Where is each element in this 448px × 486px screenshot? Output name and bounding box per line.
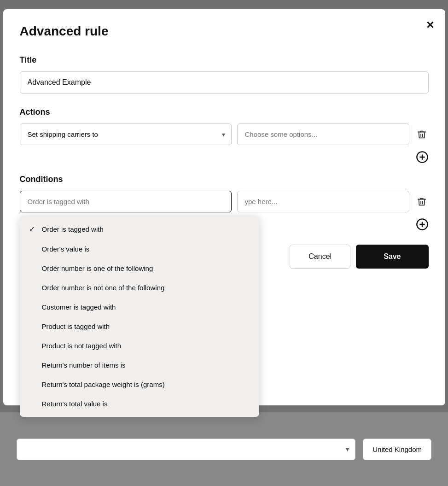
title-label: Title (20, 55, 429, 65)
dropdown-item-8[interactable]: Return's total package weight is (grams) (20, 375, 259, 394)
actions-section: Actions Set shipping carriers to ▾ (20, 107, 429, 164)
empty-check-icon (29, 322, 37, 330)
action-select-wrapper: Set shipping carriers to ▾ (20, 123, 232, 145)
dropdown-item-4[interactable]: Customer is tagged with (20, 297, 259, 316)
save-button[interactable]: Save (356, 245, 428, 269)
condition-row: ✓ Order is tagged with Order's value is … (20, 191, 429, 212)
empty-check-icon (29, 399, 37, 408)
modal-title: Advanced rule (20, 24, 429, 39)
delete-condition-button[interactable] (415, 195, 429, 209)
conditions-section: Conditions ✓ Order is tagged with Order'… (20, 175, 429, 231)
close-button[interactable]: × (426, 18, 434, 31)
empty-check-icon (29, 303, 37, 311)
condition-dropdown: ✓ Order is tagged with Order's value is … (20, 216, 259, 417)
title-section: Title (20, 55, 429, 107)
add-action-button[interactable] (416, 151, 429, 164)
empty-check-icon (29, 380, 37, 388)
add-action-row (20, 151, 429, 164)
modal-dialog: × Advanced rule Title Actions Set shippi… (3, 9, 445, 405)
background-content: ▾ United Kingdom (0, 412, 448, 486)
dropdown-item-2[interactable]: Order number is one of the following (20, 258, 259, 278)
empty-check-icon (29, 245, 37, 253)
empty-check-icon (29, 283, 37, 292)
empty-check-icon (29, 264, 37, 272)
empty-check-icon (29, 341, 37, 350)
dropdown-item-7[interactable]: Return's number of items is (20, 355, 259, 375)
delete-action-button[interactable] (415, 128, 429, 141)
bg-select[interactable] (17, 439, 355, 460)
dropdown-item-9[interactable]: Return's total value is (20, 394, 259, 413)
dropdown-item-3[interactable]: Order number is not one of the following (20, 278, 259, 297)
dropdown-item-5[interactable]: Product is tagged with (20, 316, 259, 336)
country-label: United Kingdom (363, 439, 431, 460)
action-select[interactable]: Set shipping carriers to (20, 123, 232, 145)
condition-value-input[interactable] (237, 191, 409, 212)
action-row: Set shipping carriers to ▾ (20, 123, 429, 145)
dropdown-item-1[interactable]: Order's value is (20, 239, 259, 258)
condition-type-input[interactable] (20, 191, 232, 212)
cancel-button[interactable]: Cancel (290, 245, 350, 269)
dropdown-item-0[interactable]: ✓ Order is tagged with (20, 219, 259, 239)
title-input[interactable] (20, 71, 429, 94)
check-icon: ✓ (29, 225, 37, 234)
conditions-label: Conditions (20, 175, 429, 184)
options-input[interactable] (237, 123, 409, 145)
bg-select-wrapper: ▾ (17, 439, 355, 460)
condition-select-wrapper: ✓ Order is tagged with Order's value is … (20, 191, 232, 212)
add-condition-button[interactable] (416, 218, 429, 231)
dropdown-item-6[interactable]: Product is not tagged with (20, 336, 259, 355)
empty-check-icon (29, 361, 37, 369)
actions-label: Actions (20, 107, 429, 117)
